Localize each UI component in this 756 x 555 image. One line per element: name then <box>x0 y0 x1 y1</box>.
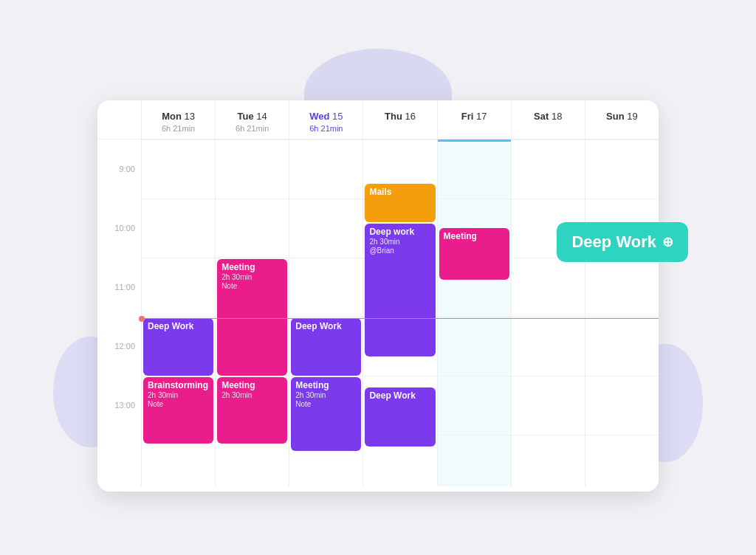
time-label-9: 9:00 <box>120 165 135 173</box>
day-sub-wed: 6h 21min <box>292 124 360 133</box>
day-col-sat[interactable] <box>512 139 585 486</box>
day-name-sun: Sun <box>606 111 627 122</box>
event-sub: 2h 30min <box>221 273 283 281</box>
event-title: Meeting <box>295 380 357 390</box>
day-num-sat: 18 <box>551 111 562 122</box>
time-label-12: 12:00 <box>114 342 135 351</box>
day-sub-tue: 6h 21min <box>219 124 286 133</box>
day-header-wed[interactable]: Wed 15 6h 21min <box>289 100 363 139</box>
current-time-dot <box>139 316 145 322</box>
event-sub: 2h 30min <box>221 391 283 399</box>
event-sub: 2h 30min <box>369 238 430 246</box>
day-header-mon[interactable]: Mon 13 6h 21min <box>142 100 216 139</box>
event-title: Mails <box>369 187 430 197</box>
calendar-body: 9:00 10:00 11:00 12:00 13:00 <box>97 139 659 486</box>
calendar-card: Mon 13 6h 21min Tue 14 6h 21min Wed 15 6… <box>97 100 659 492</box>
event-mon-brainstorming[interactable]: Brainstorming 2h 30min Note <box>143 377 213 444</box>
event-sub2: Note <box>295 400 357 408</box>
time-label-10: 10:00 <box>114 224 135 232</box>
time-label-11: 11:00 <box>114 283 135 292</box>
event-sub2: Note <box>148 400 209 408</box>
day-name-wed: Wed <box>309 111 332 122</box>
event-thu-deepwork[interactable]: Deep work 2h 30min @Brian <box>365 224 435 356</box>
deep-work-floating-label[interactable]: Deep Work ⊕ <box>557 222 688 262</box>
event-title: Brainstorming <box>148 380 209 390</box>
day-name-fri: Fri <box>461 111 476 122</box>
event-title: Meeting <box>221 380 283 390</box>
move-cursor-icon: ⊕ <box>662 234 673 250</box>
day-col-fri[interactable]: Meeting <box>438 139 512 486</box>
event-wed-meeting[interactable]: Meeting 2h 30min Note <box>291 377 361 451</box>
day-header-sun[interactable]: Sun 19 <box>585 100 659 139</box>
event-thu-deepwork2[interactable]: Deep Work <box>365 387 435 447</box>
event-fri-meeting[interactable]: Meeting <box>439 228 509 280</box>
day-sub-mon: 6h 21min <box>145 124 212 133</box>
day-num-thu: 16 <box>405 111 415 122</box>
day-num-sun: 19 <box>627 111 637 122</box>
event-wed-deepwork[interactable]: Deep Work <box>291 318 361 376</box>
time-column: 9:00 10:00 11:00 12:00 13:00 <box>97 139 142 486</box>
time-col-header <box>97 100 142 139</box>
event-sub: 2h 30min <box>148 391 209 399</box>
outer-container: Mon 13 6h 21min Tue 14 6h 21min Wed 15 6… <box>75 49 681 506</box>
current-time-line <box>142 318 659 319</box>
time-label-13: 13:00 <box>114 401 135 410</box>
day-header-thu[interactable]: Thu 16 <box>363 100 437 139</box>
fri-top-bar <box>438 139 511 142</box>
day-num-mon: 13 <box>185 111 195 122</box>
day-num-fri: 17 <box>476 111 487 122</box>
day-col-mon[interactable]: Deep Work Brainstorming 2h 30min Note <box>142 139 216 486</box>
event-title: Deep Work <box>295 321 357 331</box>
day-name-mon: Mon <box>162 111 184 122</box>
day-name-sat: Sat <box>534 111 551 122</box>
day-header-sat[interactable]: Sat 18 <box>512 100 585 139</box>
day-num-tue: 14 <box>256 111 267 122</box>
day-col-wed[interactable]: Deep Work Meeting 2h 30min Note <box>289 139 363 486</box>
day-header-tue[interactable]: Tue 14 6h 21min <box>216 100 289 139</box>
event-title: Meeting <box>221 262 283 272</box>
event-title: Meeting <box>444 231 505 241</box>
event-title: Deep work <box>369 227 430 237</box>
floating-label-text: Deep Work <box>571 232 656 252</box>
event-sub2: Note <box>221 282 283 290</box>
event-thu-mails[interactable]: Mails <box>365 184 435 222</box>
day-name-tue: Tue <box>238 111 257 122</box>
day-num-wed: 15 <box>332 111 343 122</box>
day-col-tue[interactable]: Meeting 2h 30min Note Meeting 2h 30min <box>216 139 289 486</box>
event-mon-deepwork[interactable]: Deep Work <box>143 318 213 376</box>
event-title: Deep Work <box>369 390 430 401</box>
days-grid: Deep Work Brainstorming 2h 30min Note Me… <box>142 139 659 486</box>
event-tue-meeting2[interactable]: Meeting 2h 30min <box>217 377 287 444</box>
event-sub2: @Brian <box>369 247 430 255</box>
event-title: Deep Work <box>148 321 209 331</box>
event-sub: 2h 30min <box>295 391 357 399</box>
calendar-header: Mon 13 6h 21min Tue 14 6h 21min Wed 15 6… <box>97 100 659 139</box>
day-col-sun[interactable] <box>585 139 659 486</box>
day-header-fri[interactable]: Fri 17 <box>438 100 512 139</box>
day-col-thu[interactable]: Mails Deep work 2h 30min @Brian Deep Wor… <box>363 139 437 486</box>
day-name-thu: Thu <box>385 111 405 122</box>
event-tue-meeting1[interactable]: Meeting 2h 30min Note <box>217 259 287 376</box>
